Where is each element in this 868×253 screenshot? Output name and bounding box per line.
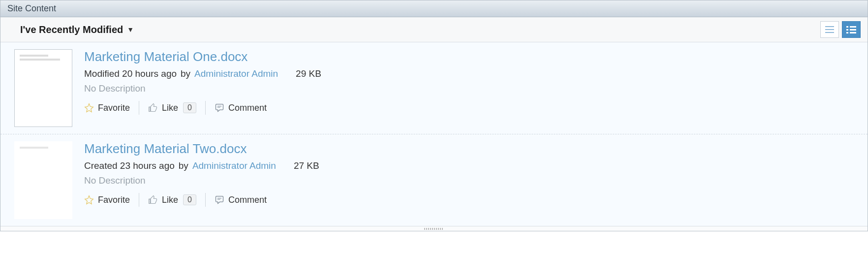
comment-action[interactable]: Comment xyxy=(206,101,276,115)
list-item: Marketing Material Two.docx Created 23 h… xyxy=(0,134,868,226)
meta-prefix: Modified 20 hours ago xyxy=(84,68,177,79)
like-label: Like xyxy=(162,103,178,113)
document-title-link[interactable]: Marketing Material One.docx xyxy=(84,49,859,64)
favorite-label: Favorite xyxy=(98,195,130,205)
toolbar: I've Recently Modified ▼ xyxy=(0,17,868,42)
like-action[interactable]: Like 0 xyxy=(139,193,206,207)
svg-rect-7 xyxy=(850,29,856,31)
document-list: Marketing Material One.docx Modified 20 … xyxy=(0,42,868,226)
thumbs-up-icon xyxy=(148,103,158,113)
document-meta: Created 23 hours ago by Administrator Ad… xyxy=(84,160,859,171)
document-title-link[interactable]: Marketing Material Two.docx xyxy=(84,141,859,157)
site-content-panel: Site Content I've Recently Modified ▼ xyxy=(0,0,868,231)
document-info: Marketing Material Two.docx Created 23 h… xyxy=(84,141,859,219)
favorite-label: Favorite xyxy=(98,103,130,113)
svg-rect-4 xyxy=(846,29,848,31)
comment-label: Comment xyxy=(228,195,267,205)
like-count: 0 xyxy=(183,194,196,205)
document-info: Marketing Material One.docx Modified 20 … xyxy=(84,49,859,127)
svg-rect-5 xyxy=(846,32,848,33)
document-actions: Favorite Like 0 xyxy=(84,101,859,115)
view-toggle xyxy=(820,21,861,38)
document-description: No Description xyxy=(84,175,859,186)
file-size: 27 KB xyxy=(294,160,319,171)
user-link[interactable]: Administrator Admin xyxy=(192,160,276,171)
comment-icon xyxy=(215,103,224,113)
document-thumbnail[interactable] xyxy=(14,141,72,219)
filter-label: I've Recently Modified xyxy=(20,24,123,35)
like-count: 0 xyxy=(183,102,196,113)
svg-rect-3 xyxy=(846,26,848,28)
like-action[interactable]: Like 0 xyxy=(139,101,206,115)
by-label: by xyxy=(179,160,188,171)
filter-dropdown[interactable]: I've Recently Modified ▼ xyxy=(20,24,134,35)
like-label: Like xyxy=(162,195,178,205)
list-item: Marketing Material One.docx Modified 20 … xyxy=(0,42,868,134)
comment-icon xyxy=(215,195,224,205)
document-meta: Modified 20 hours ago by Administrator A… xyxy=(84,68,859,79)
meta-prefix: Created 23 hours ago xyxy=(84,160,175,171)
grip-icon xyxy=(424,228,444,230)
panel-title: Site Content xyxy=(0,0,868,17)
favorite-action[interactable]: Favorite xyxy=(84,101,139,115)
svg-rect-6 xyxy=(850,26,856,28)
thumbs-up-icon xyxy=(148,195,158,205)
svg-rect-8 xyxy=(850,32,856,33)
comment-action[interactable]: Comment xyxy=(206,193,276,207)
caret-down-icon: ▼ xyxy=(127,26,134,33)
star-icon xyxy=(84,195,94,205)
view-detailed-button[interactable] xyxy=(842,21,861,38)
view-simple-button[interactable] xyxy=(820,21,839,38)
resize-handle[interactable] xyxy=(0,226,868,231)
document-thumbnail[interactable] xyxy=(14,49,72,127)
star-icon xyxy=(84,103,94,113)
favorite-action[interactable]: Favorite xyxy=(84,193,139,207)
document-description: No Description xyxy=(84,83,859,94)
file-size: 29 KB xyxy=(296,68,321,79)
document-actions: Favorite Like 0 xyxy=(84,193,859,207)
comment-label: Comment xyxy=(228,103,267,113)
user-link[interactable]: Administrator Admin xyxy=(194,68,278,79)
by-label: by xyxy=(181,68,190,79)
